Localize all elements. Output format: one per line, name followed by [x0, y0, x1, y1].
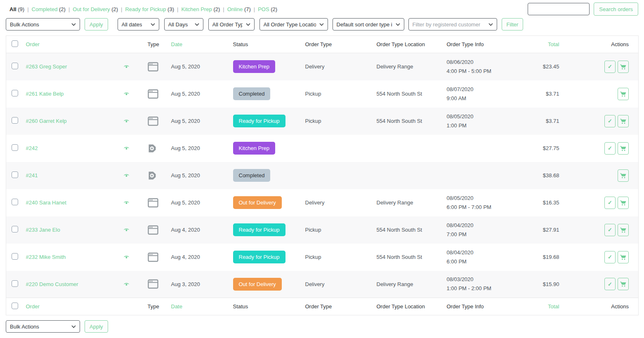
separator: | — [254, 6, 255, 12]
status-filter-link[interactable]: Online — [227, 6, 243, 12]
apply-button[interactable]: Apply — [85, 18, 108, 31]
separator: | — [68, 6, 70, 12]
complete-order-button[interactable]: ✓ — [604, 61, 616, 73]
sort-total-footer[interactable]: Total — [548, 303, 559, 310]
cart-icon — [620, 64, 626, 70]
view-order-icon[interactable] — [123, 282, 130, 286]
filter-toolbar: Bulk Actions Apply All dates All Days Al… — [6, 18, 638, 31]
order-type-info-header: Order Type Info — [447, 36, 522, 53]
view-cart-button[interactable] — [618, 61, 629, 73]
apply-button-bottom[interactable]: Apply — [85, 320, 108, 333]
status-filter-link[interactable]: Out for Delivery — [73, 6, 110, 12]
all-order-types-select[interactable]: All Order Types — [208, 18, 255, 31]
view-order-icon[interactable] — [123, 92, 130, 96]
order-link[interactable]: #232 Mike Smith — [26, 254, 66, 260]
check-icon: ✓ — [608, 63, 612, 70]
status-filter-link[interactable]: Ready for Pickup — [125, 6, 166, 12]
order-link[interactable]: #242 — [26, 145, 38, 151]
search-orders-button[interactable]: Search orders — [594, 2, 638, 16]
bulk-actions-select[interactable]: Bulk Actions — [6, 18, 80, 31]
view-cart-button[interactable] — [618, 115, 629, 127]
row-checkbox[interactable] — [12, 253, 18, 260]
select-all-checkbox[interactable] — [12, 40, 18, 47]
view-order-icon[interactable] — [123, 119, 130, 123]
complete-order-button[interactable]: ✓ — [604, 115, 616, 127]
order-link[interactable]: #261 Katie Belp — [26, 91, 64, 97]
complete-order-button[interactable]: ✓ — [604, 197, 616, 209]
default-sort-select[interactable]: Default sort order type info — [333, 18, 404, 31]
view-order-icon[interactable] — [123, 200, 130, 205]
sort-order-footer[interactable]: Order — [26, 303, 40, 310]
row-checkbox[interactable] — [12, 280, 18, 287]
all-days-select[interactable]: All Days — [164, 18, 203, 31]
bulk-actions-bottom-label: Bulk Actions — [10, 324, 39, 330]
status-filter-link[interactable]: POS — [258, 6, 269, 12]
view-cart-button[interactable] — [618, 278, 629, 290]
search-input[interactable] — [528, 3, 590, 15]
order-type-info: 08/04/20207:00 PM — [447, 216, 522, 244]
info-time: 1:00 PM - 2:00 PM — [447, 284, 522, 293]
order-date: Aug 4, 2020 — [171, 216, 233, 244]
view-cart-button[interactable] — [618, 224, 629, 236]
row-checkbox[interactable] — [12, 90, 18, 96]
info-date: 08/06/2020 — [447, 58, 522, 67]
status-filter-link[interactable]: All — [9, 6, 17, 12]
view-cart-button[interactable] — [618, 88, 629, 100]
row-checkbox[interactable] — [12, 199, 18, 205]
order-total: $16.35 — [522, 189, 569, 216]
all-order-type-locations-select[interactable]: All Order Type Locations — [259, 18, 328, 31]
order-type-info: 08/05/20206:00 PM - 7:00 PM — [447, 189, 522, 216]
view-order-icon[interactable] — [123, 228, 130, 232]
info-date: 08/05/2020 — [447, 194, 522, 203]
order-type — [305, 162, 377, 189]
info-time: 6:00 PM - 7:00 PM — [447, 203, 522, 212]
view-cart-button[interactable] — [618, 251, 629, 263]
order-date: Aug 5, 2020 — [171, 162, 233, 189]
status-filter-kitchen-prep: Kitchen Prep (2) — [181, 6, 220, 12]
row-checkbox[interactable] — [12, 226, 18, 232]
order-link[interactable]: #233 Jane Elo — [26, 227, 60, 233]
order-type-footer: Order Type — [305, 298, 377, 315]
complete-order-button[interactable]: ✓ — [604, 278, 616, 290]
view-cart-button[interactable] — [618, 197, 629, 209]
view-order-icon[interactable] — [123, 64, 130, 69]
filter-button[interactable]: Filter — [502, 18, 524, 31]
order-link[interactable]: #263 Greg Soper — [26, 63, 67, 70]
view-cart-button[interactable] — [618, 142, 629, 155]
order-link[interactable]: #220 Demo Customer — [26, 281, 78, 287]
view-order-icon[interactable] — [123, 173, 130, 178]
row-checkbox[interactable] — [12, 63, 18, 69]
select-all-checkbox-bottom[interactable] — [12, 303, 18, 309]
type-footer: Type — [144, 298, 171, 315]
order-total: $3.71 — [522, 80, 569, 108]
complete-order-button[interactable]: ✓ — [604, 142, 616, 155]
order-total: $27.91 — [522, 216, 569, 244]
row-checkbox[interactable] — [12, 117, 18, 124]
sort-order-header[interactable]: Order — [26, 41, 40, 47]
order-link[interactable]: #241 — [26, 172, 38, 178]
view-order-icon[interactable] — [123, 146, 130, 150]
row-checkbox[interactable] — [12, 144, 18, 151]
row-checkbox[interactable] — [12, 171, 18, 178]
status-filter-online: Online (7) — [227, 6, 251, 12]
order-link[interactable]: #260 Garret Kelp — [26, 118, 67, 124]
bulk-actions-select-bottom[interactable]: Bulk Actions — [6, 320, 80, 333]
cart-icon — [620, 173, 626, 178]
order-type-location: Delivery Range — [377, 271, 447, 298]
sort-date-footer[interactable]: Date — [171, 303, 182, 310]
filter-by-customer-select[interactable]: Filter by registered customer — [408, 18, 497, 31]
complete-order-button[interactable]: ✓ — [604, 251, 616, 263]
info-date: 08/03/2020 — [447, 275, 522, 284]
sort-total-header[interactable]: Total — [548, 41, 559, 47]
view-cart-button[interactable] — [618, 169, 629, 182]
order-row: #240 Sara HanetAug 5, 2020Out for Delive… — [6, 189, 639, 216]
sort-date-header[interactable]: Date — [171, 41, 182, 47]
status-filter-link[interactable]: Completed — [32, 6, 58, 12]
status-filter-link[interactable]: Kitchen Prep — [181, 6, 212, 12]
order-row: #242Aug 5, 2020Kitchen Prep$27.75✓ — [6, 135, 639, 162]
view-order-icon[interactable] — [123, 255, 130, 259]
all-dates-select[interactable]: All dates — [118, 18, 159, 31]
order-type-location-footer: Order Type Location — [377, 298, 447, 315]
order-link[interactable]: #240 Sara Hanet — [26, 200, 66, 206]
complete-order-button[interactable]: ✓ — [604, 224, 616, 236]
